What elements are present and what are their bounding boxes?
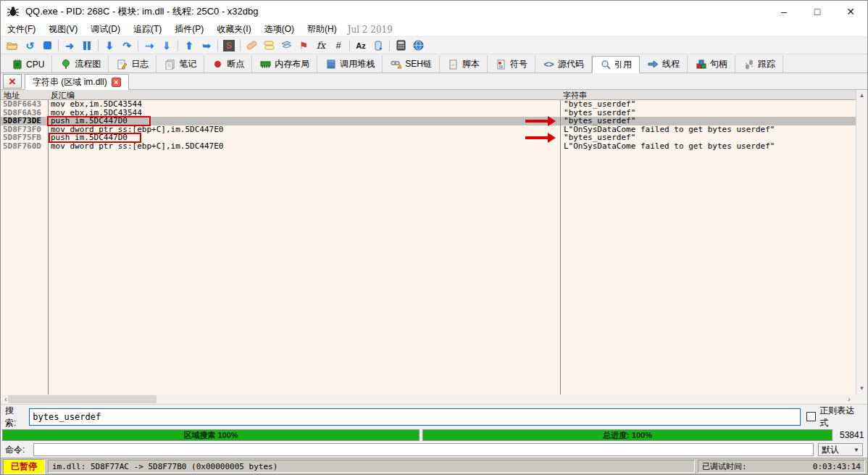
tab-seh[interactable]: SEH链: [383, 55, 440, 73]
tab-label: 句柄: [710, 58, 727, 70]
tab-label: 流程图: [75, 58, 101, 70]
table-body: 5D8F6643 mov ebx,im.5DC43544 "bytes_user…: [1, 100, 856, 395]
strings-reference-tab[interactable]: 字符串 (区域 im.dll) ×: [25, 74, 129, 90]
progress-row: 区域搜索 100% 总进度: 100% 53841: [1, 429, 867, 442]
tab-breakpoints[interactable]: 断点: [204, 55, 252, 73]
bookmarks-icon[interactable]: ⚑: [295, 38, 312, 54]
tab-trace[interactable]: 跟踪: [735, 55, 783, 73]
menu-trace[interactable]: 追踪(T): [127, 22, 168, 37]
source-device-icon[interactable]: [370, 38, 387, 54]
column-header-disassembly[interactable]: 反汇编: [48, 90, 560, 99]
hash-icon[interactable]: #: [330, 38, 347, 54]
scroll-right-icon[interactable]: ›: [844, 395, 854, 404]
run-to-user-code-icon[interactable]: ➥: [198, 38, 215, 54]
tab-close-icon[interactable]: ×: [112, 78, 121, 87]
disassembly-cell: push im.5DC447D0: [48, 133, 560, 142]
tab-source[interactable]: <> 源代码: [535, 55, 592, 73]
tab-notes[interactable]: 笔记: [157, 55, 204, 73]
profile-value: 默认: [822, 444, 839, 456]
execute-till-return-icon[interactable]: ⬆: [180, 38, 198, 54]
tab-handles[interactable]: 句柄: [688, 55, 735, 73]
run-icon[interactable]: ➜: [61, 38, 78, 54]
table-row[interactable]: 5D8F75FB push im.5DC447D0 "bytes_userdef…: [1, 133, 856, 142]
functions-icon[interactable]: fx: [312, 38, 330, 54]
tab-graph[interactable]: 流程图: [52, 55, 109, 73]
menu-options[interactable]: 选项(O): [258, 22, 301, 37]
trace-into-icon[interactable]: ⇢: [141, 38, 158, 54]
step-over-icon[interactable]: ↷: [118, 38, 135, 54]
step-into-icon[interactable]: ⬇: [101, 38, 118, 54]
vertical-scrollbar[interactable]: ▲ ▼: [856, 90, 867, 395]
regex-checkbox[interactable]: [806, 412, 816, 421]
column-divider[interactable]: [48, 100, 49, 395]
command-input[interactable]: [33, 443, 814, 456]
chevron-down-icon: ▼: [854, 447, 859, 453]
column-header-string[interactable]: 字符串: [560, 90, 856, 99]
symbols-icon: [496, 59, 506, 70]
window-title: QQ.exe - PID: 268C - 模块: im.dll - 线程: 25…: [25, 5, 767, 18]
open-folder-icon[interactable]: [4, 38, 21, 54]
calculator-icon[interactable]: [392, 38, 409, 54]
string-text: ": [631, 109, 636, 117]
menu-help[interactable]: 帮助(H): [301, 22, 343, 37]
tab-cpu[interactable]: CPU: [4, 55, 52, 73]
debug-time-label: 已调试时间:: [702, 461, 747, 472]
pause-icon[interactable]: [78, 38, 96, 54]
debug-time-panel: 已调试时间: 0:03:43:14: [698, 460, 865, 473]
column-header-address[interactable]: 地址: [1, 90, 48, 99]
minimize-button[interactable]: –: [767, 1, 801, 22]
x32dbg-window: QQ.exe - PID: 268C - 模块: im.dll - 线程: 25…: [0, 0, 868, 475]
close-all-references-button[interactable]: ✕: [3, 74, 22, 88]
string-cell: "bytes_userdef": [560, 117, 856, 125]
table-row[interactable]: 5D8F6A36 mov ebx,im.5DC43544 "bytes_user…: [1, 109, 856, 117]
scroll-down-icon[interactable]: ▼: [856, 384, 867, 394]
tab-references[interactable]: 引用: [592, 56, 640, 73]
build-date: Jul 2 2019: [348, 25, 393, 35]
title-bar: QQ.exe - PID: 268C - 模块: im.dll - 线程: 25…: [1, 1, 867, 22]
menu-debug[interactable]: 调试(D): [84, 22, 127, 37]
table-row[interactable]: 5D8F6643 mov ebx,im.5DC43544 "bytes_user…: [1, 100, 856, 109]
tab-symbols[interactable]: 符号: [488, 55, 535, 73]
memory-map-icon: [260, 59, 271, 70]
string-text: ": [631, 133, 636, 142]
threads-icon: [648, 59, 659, 70]
table-row[interactable]: 5D8F73F0 mov dword ptr ss:[ebp+C],im.5DC…: [1, 125, 856, 134]
maximize-button[interactable]: □: [801, 1, 834, 22]
status-bar: 已暂停 im.dll: 5D8F77AC -> 5D8F77B0 (0x0000…: [1, 458, 867, 474]
internet-icon[interactable]: [409, 38, 427, 54]
tab-label: 内存布局: [275, 58, 309, 70]
tab-call-stack[interactable]: 调用堆栈: [317, 55, 383, 73]
tab-memory-map[interactable]: 内存布局: [252, 55, 317, 73]
patches-icon[interactable]: [243, 38, 260, 54]
trace-over-icon[interactable]: ⇓: [158, 38, 175, 54]
tab-threads[interactable]: 线程: [640, 55, 688, 73]
tab-label: 符号: [510, 58, 527, 70]
case-icon[interactable]: Az: [352, 38, 370, 54]
reference-view-tab-bar: ✕ 字符串 (区域 im.dll) ×: [1, 73, 867, 90]
menu-plugins[interactable]: 插件(P): [168, 22, 210, 37]
horizontal-scrollbar[interactable]: ‹ ›: [1, 395, 867, 405]
search-input[interactable]: [29, 408, 801, 426]
tab-script[interactable]: ‹› 脚本: [440, 55, 488, 73]
table-row-selected[interactable]: 5D8F73DE push im.5DC447D0 "bytes_userdef…: [1, 117, 856, 125]
menu-view[interactable]: 视图(V): [42, 22, 84, 37]
comments-icon[interactable]: [260, 38, 277, 54]
close-button[interactable]: ✕: [834, 1, 867, 22]
scroll-up-icon[interactable]: ▲: [856, 91, 867, 101]
seh-icon[interactable]: S: [220, 38, 238, 54]
string-cell: L"OnSysDataCome failed to get bytes_user…: [560, 142, 856, 151]
tab-label: 跟踪: [758, 58, 775, 70]
column-divider[interactable]: [560, 100, 561, 395]
table-row[interactable]: 5D8F760D mov dword ptr ss:[ebp+C],im.5DC…: [1, 142, 856, 151]
restart-icon[interactable]: ↺: [21, 38, 38, 54]
tab-log[interactable]: 日志: [109, 55, 157, 73]
disassembly-cell: mov dword ptr ss:[ebp+C],im.5DC447E0: [48, 142, 560, 151]
tab-label: SEH链: [405, 58, 432, 70]
regex-option[interactable]: 正则表达式: [806, 405, 863, 429]
scrollbar-thumb[interactable]: [8, 395, 157, 403]
command-profile-dropdown[interactable]: 默认 ▼: [818, 443, 863, 456]
menu-favourites[interactable]: 收藏夹(I): [210, 22, 257, 37]
menu-file[interactable]: 文件(F): [1, 22, 42, 37]
labels-icon[interactable]: [277, 38, 295, 54]
stop-icon[interactable]: [38, 38, 56, 54]
